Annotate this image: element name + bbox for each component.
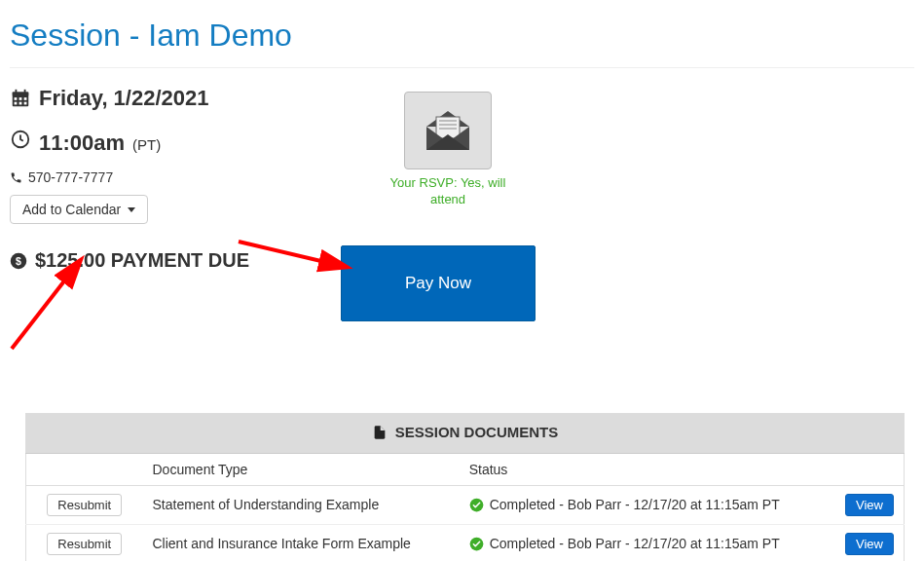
date-text: Friday, 1/22/2021 xyxy=(39,86,209,111)
svg-rect-6 xyxy=(24,97,27,100)
svg-rect-8 xyxy=(19,102,22,105)
documents-header-text: SESSION DOCUMENTS xyxy=(395,424,559,440)
time-text: 11:00am xyxy=(39,131,125,156)
status-cell: Completed - Bob Parr - 12/17/20 at 11:15… xyxy=(460,524,835,561)
view-button[interactable]: View xyxy=(845,494,894,516)
doc-type-cell: Statement of Understanding Example xyxy=(143,485,460,524)
resubmit-button[interactable]: Resubmit xyxy=(47,494,122,516)
pay-now-label: Pay Now xyxy=(405,274,471,293)
status-text: Completed - Bob Parr - 12/17/20 at 11:15… xyxy=(490,497,780,512)
page-title: Session - Iam Demo xyxy=(10,18,914,54)
phone-icon xyxy=(10,171,22,184)
session-summary: Friday, 1/22/2021 11:00am (PT) 570-777-7… xyxy=(10,86,914,378)
svg-line-21 xyxy=(12,261,80,349)
rsvp-block: Your RSVP: Yes, will attend xyxy=(380,92,516,208)
pay-now-button[interactable]: Pay Now xyxy=(341,245,536,321)
calendar-icon xyxy=(10,88,31,109)
chevron-down-icon xyxy=(128,207,135,212)
svg-rect-7 xyxy=(15,102,18,105)
svg-rect-5 xyxy=(19,97,22,100)
rsvp-status-text: Your RSVP: Yes, will attend xyxy=(380,175,516,208)
view-button[interactable]: View xyxy=(845,533,894,555)
col-blank xyxy=(26,453,143,485)
table-row: ResubmitStatement of Understanding Examp… xyxy=(26,485,905,524)
add-to-calendar-label: Add to Calendar xyxy=(22,202,121,217)
status-text: Completed - Bob Parr - 12/17/20 at 11:15… xyxy=(490,536,780,551)
divider xyxy=(10,67,914,68)
doc-type-cell: Client and Insurance Intake Form Example xyxy=(143,524,460,561)
status-cell: Completed - Bob Parr - 12/17/20 at 11:15… xyxy=(460,485,835,524)
table-row: ResubmitClient and Insurance Intake Form… xyxy=(26,524,905,561)
envelope-icon xyxy=(404,92,492,169)
resubmit-button[interactable]: Resubmit xyxy=(47,533,122,555)
session-time: 11:00am (PT) xyxy=(10,129,331,156)
timezone-text: (PT) xyxy=(132,136,161,153)
add-to-calendar-button[interactable]: Add to Calendar xyxy=(10,195,148,224)
check-circle-icon xyxy=(469,537,484,551)
svg-rect-3 xyxy=(24,90,26,94)
col-status: Status xyxy=(460,453,835,485)
session-date: Friday, 1/22/2021 xyxy=(10,86,331,111)
check-circle-icon xyxy=(469,498,484,512)
phone-text: 570-777-7777 xyxy=(28,169,113,185)
col-blank-2 xyxy=(835,453,904,485)
svg-rect-2 xyxy=(16,90,18,94)
col-doc-type: Document Type xyxy=(143,453,460,485)
payment-due-text: $125.00 PAYMENT DUE xyxy=(35,249,249,272)
svg-rect-4 xyxy=(15,97,18,100)
payment-icon: $ xyxy=(10,252,27,270)
svg-rect-1 xyxy=(13,93,29,96)
svg-text:$: $ xyxy=(16,254,21,266)
clock-icon xyxy=(10,129,31,150)
payment-due: $ $125.00 PAYMENT DUE xyxy=(10,249,331,272)
session-phone: 570-777-7777 xyxy=(10,169,331,185)
documents-icon xyxy=(372,425,388,440)
svg-rect-9 xyxy=(24,102,27,105)
documents-header: SESSION DOCUMENTS xyxy=(26,414,905,454)
session-documents-table: SESSION DOCUMENTS Document Type Status R… xyxy=(25,413,905,561)
